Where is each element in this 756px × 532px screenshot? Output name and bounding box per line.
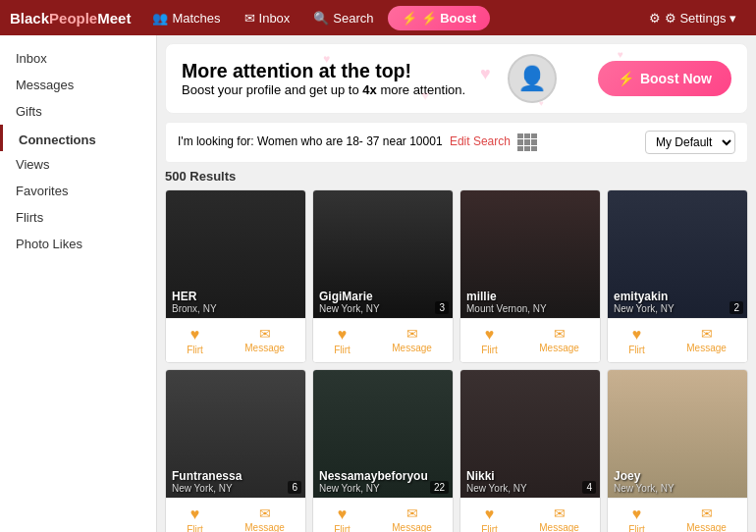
my-default-select[interactable]: My Default Custom 1 Custom 2 — [645, 131, 735, 154]
boost-icon: ⚡ — [402, 11, 417, 26]
heart-icon: ♥ — [338, 505, 348, 523]
profile-image-container: NikkiNew York, NY4 — [460, 370, 600, 498]
profile-actions: ♥Flirt✉Message — [460, 318, 600, 362]
flirt-button[interactable]: ♥Flirt — [179, 504, 211, 532]
flirt-button[interactable]: ♥Flirt — [473, 504, 506, 532]
profile-image-container: NessamaybeforyouNew York, NY22 — [313, 370, 453, 498]
profile-actions: ♥Flirt✉Message — [166, 318, 305, 362]
grid-icon[interactable] — [517, 133, 537, 151]
message-button[interactable]: ✉Message — [384, 504, 440, 532]
message-icon: ✉ — [406, 326, 418, 342]
profile-image-container: FuntranessaNew York, NY6 — [166, 370, 305, 498]
profile-badge: 3 — [435, 301, 449, 314]
flirt-button[interactable]: ♥Flirt — [326, 504, 358, 532]
heart-decoration-4: ♥ — [421, 87, 429, 103]
heart-icon: ♥ — [485, 505, 495, 523]
nav-boost-button[interactable]: ⚡ ⚡ Boost — [388, 6, 490, 30]
message-button[interactable]: ✉Message — [531, 504, 587, 532]
sidebar: Inbox Messages Gifts Connections Views F… — [0, 35, 157, 532]
profile-actions: ♥Flirt✉Message — [313, 318, 453, 362]
message-icon: ✉ — [259, 326, 271, 342]
content-area: ♥ ♥ ♥ ♥ ♥ More attention at the top! Boo… — [157, 35, 756, 532]
search-filter-bar: I'm looking for: Women who are 18- 37 ne… — [165, 122, 748, 163]
profile-badge: 4 — [582, 481, 596, 494]
message-button[interactable]: ✉Message — [384, 324, 440, 357]
heart-icon: ♥ — [338, 326, 348, 344]
profile-name: Nikki — [466, 469, 527, 483]
sidebar-item-views[interactable]: Views — [0, 151, 156, 178]
profile-name: millie — [466, 290, 547, 303]
profile-card[interactable]: NikkiNew York, NY4♥Flirt✉Message — [459, 369, 601, 532]
heart-decoration-3: ♥ — [618, 49, 623, 60]
message-icon: ✉ — [701, 326, 713, 342]
nav-matches-button[interactable]: 👥 Matches — [142, 7, 230, 29]
profile-actions: ♥Flirt✉Message — [608, 318, 747, 362]
message-icon: ✉ — [554, 505, 566, 521]
profile-location: New York, NY — [614, 303, 675, 314]
profile-actions: ♥Flirt✉Message — [608, 498, 747, 532]
search-icon: 🔍 — [313, 11, 329, 26]
profile-location: New York, NY — [466, 483, 527, 494]
inbox-icon: ✉ — [244, 11, 255, 26]
heart-icon: ♥ — [485, 326, 495, 344]
profile-card[interactable]: emityakinNew York, NY2♥Flirt✉Message — [607, 189, 748, 363]
profile-name: GigiMarie — [319, 290, 380, 303]
heart-decoration-5: ♥ — [539, 99, 544, 108]
heart-icon: ♥ — [190, 505, 200, 523]
message-button[interactable]: ✉Message — [531, 324, 587, 357]
sidebar-item-photo-likes[interactable]: Photo Likes — [0, 231, 156, 257]
matches-icon: 👥 — [152, 11, 168, 26]
profile-card[interactable]: millieMount Vernon, NY♥Flirt✉Message — [459, 189, 601, 363]
profile-card[interactable]: FuntranessaNew York, NY6♥Flirt✉Message — [165, 369, 306, 532]
header: BlackPeopleMeet 👥 Matches ✉ Inbox 🔍 Sear… — [0, 0, 756, 35]
settings-icon: ⚙ — [649, 11, 661, 26]
profile-card[interactable]: JoeyNew York, NY♥Flirt✉Message — [607, 369, 748, 532]
boost-now-button[interactable]: ⚡ Boost Now — [598, 61, 731, 96]
results-count: 500 Results — [157, 169, 756, 189]
avatar-icon: 👤 — [517, 65, 547, 92]
heart-icon: ♥ — [632, 505, 642, 523]
profile-card[interactable]: HERBronx, NY♥Flirt✉Message — [165, 189, 306, 363]
flirt-button[interactable]: ♥Flirt — [326, 324, 358, 357]
message-button[interactable]: ✉Message — [678, 324, 734, 357]
profile-actions: ♥Flirt✉Message — [313, 498, 453, 532]
nav-search-button[interactable]: 🔍 Search — [303, 7, 383, 29]
profile-location: Bronx, NY — [172, 303, 217, 314]
flirt-button[interactable]: ♥Flirt — [473, 324, 506, 357]
edit-search-button[interactable]: Edit Search — [450, 134, 511, 148]
flirt-button[interactable]: ♥Flirt — [621, 324, 653, 357]
nav-inbox-button[interactable]: ✉ Inbox — [235, 7, 300, 29]
profile-image-container: GigiMarieNew York, NY3 — [313, 190, 453, 318]
message-icon: ✉ — [554, 326, 566, 342]
profile-badge: 6 — [288, 481, 301, 494]
heart-icon: ♥ — [632, 326, 642, 344]
flirt-button[interactable]: ♥Flirt — [621, 504, 653, 532]
profile-card[interactable]: GigiMarieNew York, NY3♥Flirt✉Message — [312, 189, 454, 363]
profile-name: emityakin — [614, 290, 675, 303]
search-criteria-text: I'm looking for: Women who are 18- 37 ne… — [178, 133, 537, 151]
profile-image-container: emityakinNew York, NY2 — [608, 190, 747, 318]
profile-location: Mount Vernon, NY — [466, 303, 547, 314]
sidebar-item-inbox[interactable]: Inbox — [0, 45, 156, 72]
sidebar-item-messages[interactable]: Messages — [0, 72, 156, 98]
message-icon: ✉ — [259, 505, 271, 521]
message-button[interactable]: ✉Message — [237, 324, 293, 357]
heart-decoration-1: ♥ — [323, 52, 330, 66]
sidebar-item-gifts[interactable]: Gifts — [0, 98, 156, 125]
message-button[interactable]: ✉Message — [237, 504, 293, 532]
avatar: 👤 — [508, 54, 557, 103]
sidebar-item-connections[interactable]: Connections — [0, 125, 156, 151]
message-icon: ✉ — [406, 505, 418, 521]
nav-settings-button[interactable]: ⚙ ⚙ Settings ▾ — [639, 7, 746, 29]
logo: BlackPeopleMeet — [10, 10, 131, 27]
profile-actions: ♥Flirt✉Message — [166, 498, 305, 532]
profile-name: Nessamaybeforyou — [319, 469, 428, 483]
sidebar-item-flirts[interactable]: Flirts — [0, 204, 156, 231]
profile-card[interactable]: NessamaybeforyouNew York, NY22♥Flirt✉Mes… — [312, 369, 454, 532]
message-icon: ✉ — [701, 505, 713, 521]
profile-image-container: HERBronx, NY — [166, 190, 305, 318]
heart-decoration-2: ♥ — [480, 64, 491, 84]
flirt-button[interactable]: ♥Flirt — [179, 324, 211, 357]
message-button[interactable]: ✉Message — [678, 504, 734, 532]
sidebar-item-favorites[interactable]: Favorites — [0, 178, 156, 204]
